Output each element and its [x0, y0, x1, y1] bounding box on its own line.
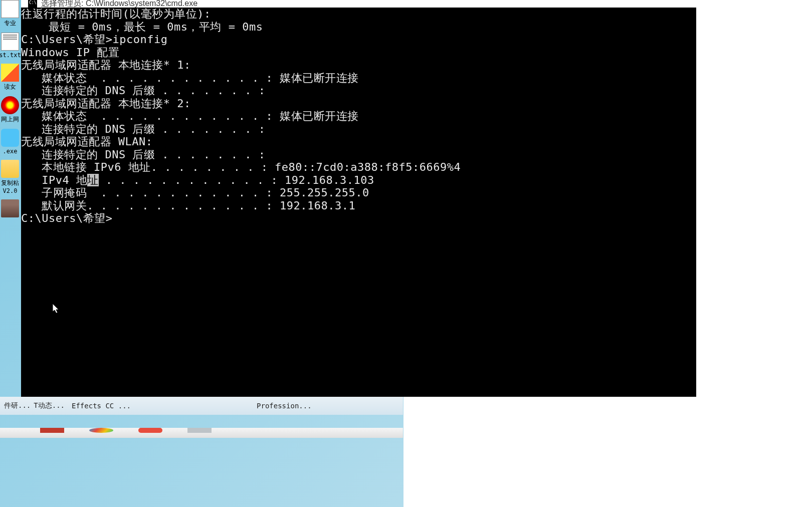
ipconfig-header: Windows IP 配置	[21, 46, 696, 59]
desktop-icon[interactable]: V2.0	[0, 187, 20, 194]
taskbar-app-icon[interactable]	[187, 428, 212, 433]
taskbar-app-icon[interactable]	[138, 428, 162, 433]
app-icon	[1, 64, 19, 82]
desktop-icon[interactable]: st.txt	[0, 33, 20, 59]
adapter-1-dns-suffix: 连接特定的 DNS 后缀 . . . . . . . :	[21, 84, 696, 97]
adapter-2-media-state: 媒体状态 . . . . . . . . . . . . : 媒体已断开连接	[21, 110, 696, 123]
prompt-line: C:\Users\希望>ipconfig	[21, 33, 696, 46]
right-white-area	[696, 0, 812, 397]
desktop-icon[interactable]: 专业	[0, 0, 20, 28]
adapter-1-title: 无线局域网适配器 本地连接* 1:	[21, 59, 696, 72]
desktop-icon[interactable]: 复制粘	[0, 160, 20, 187]
taskbar-app-icon[interactable]	[40, 428, 64, 433]
wlan-ipv6-address: 本地链接 IPv6 地址. . . . . . . . : fe80::7cd0…	[21, 161, 696, 174]
command-prompt-window[interactable]: 选择管理员: C:\Windows\system32\cmd.exe 往返行程的…	[21, 0, 696, 397]
wlan-default-gateway: 默认网关. . . . . . . . . . . . . : 192.168.…	[21, 199, 696, 212]
taskbar-item[interactable]: Effects CC ...	[68, 400, 135, 412]
adapter-wlan-title: 无线局域网适配器 WLAN:	[21, 135, 696, 148]
adapter-2-title: 无线局域网适配器 本地连接* 2:	[21, 97, 696, 110]
taskbar-app-icon[interactable]	[89, 428, 113, 433]
current-prompt[interactable]: C:\Users\希望>	[21, 212, 696, 225]
taskbar-strip[interactable]: 件研... T动态... Effects CC ... Profession..…	[0, 397, 403, 415]
document-icon	[1, 0, 19, 18]
desktop-icon[interactable]: 网上网	[0, 96, 20, 124]
taskbar-item[interactable]: Profession...	[253, 400, 316, 412]
ping-stats-values: 最短 = 0ms，最长 = 0ms，平均 = 0ms	[21, 21, 696, 34]
adapter-2-dns-suffix: 连接特定的 DNS 后缀 . . . . . . . :	[21, 123, 696, 136]
command-ipconfig: ipconfig	[112, 33, 167, 46]
network-icon	[1, 129, 19, 147]
archive-icon	[1, 199, 19, 217]
desktop-icon[interactable]	[0, 199, 20, 218]
mouse-cursor	[53, 304, 61, 315]
desktop-icon[interactable]: 读女	[0, 64, 20, 91]
bottom-right-panel	[403, 397, 812, 507]
text-selection: 址	[87, 174, 99, 186]
window-titlebar[interactable]: 选择管理员: C:\Windows\system32\cmd.exe	[21, 0, 696, 8]
text-file-icon	[1, 33, 19, 51]
terminal-output[interactable]: 往返行程的估计时间(以毫秒为单位): 最短 = 0ms，最长 = 0ms，平均 …	[21, 8, 696, 397]
cmd-icon	[28, 0, 37, 9]
wlan-ipv4-address: IPv4 地址 . . . . . . . . . . . . : 192.16…	[21, 174, 696, 187]
taskbar-item[interactable]: T动态...	[30, 399, 69, 412]
folder-icon	[1, 160, 19, 178]
ping-stats-header: 往返行程的估计时间(以毫秒为单位):	[21, 8, 696, 21]
windows-taskbar[interactable]	[0, 428, 403, 438]
wlan-subnet-mask: 子网掩码 . . . . . . . . . . . . : 255.255.2…	[21, 186, 696, 199]
desktop-icon[interactable]: .exe	[0, 129, 20, 155]
star-icon	[1, 96, 19, 114]
adapter-1-media-state: 媒体状态 . . . . . . . . . . . . : 媒体已断开连接	[21, 72, 696, 85]
wlan-dns-suffix: 连接特定的 DNS 后缀 . . . . . . . :	[21, 148, 696, 161]
